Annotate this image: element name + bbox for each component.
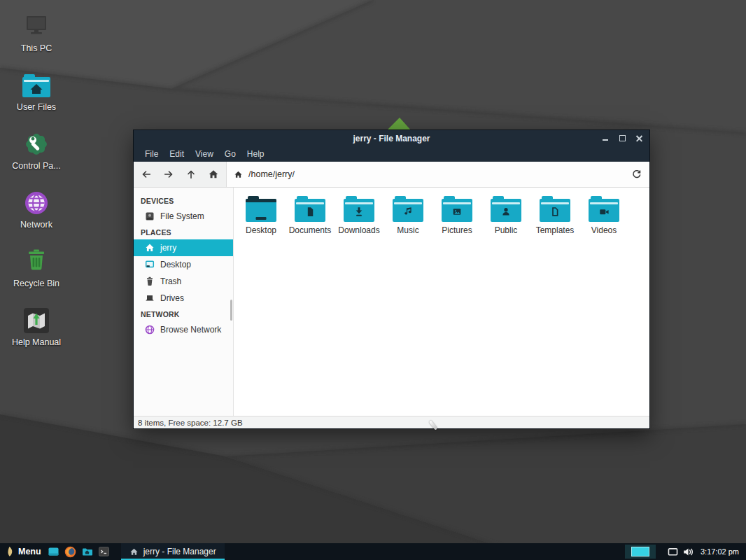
music-emblem-icon [402, 206, 414, 218]
firefox-icon [64, 546, 76, 558]
help-manual-icon [22, 304, 50, 335]
maximize-button[interactable] [619, 134, 626, 142]
minimize-button[interactable] [602, 134, 610, 142]
up-icon [185, 169, 197, 180]
sidebar-item-drives[interactable]: Drives [134, 290, 233, 307]
reload-button[interactable] [623, 162, 649, 187]
clock[interactable]: 3:17:02 pm [701, 547, 739, 556]
back-icon [141, 169, 152, 180]
home-icon [129, 547, 139, 556]
desktop-icon-recycle-bin[interactable]: Recycle Bin [1, 245, 71, 304]
statusbar: 8 items, Free space: 12.7 GB [134, 416, 649, 428]
titlebar[interactable]: jerry - File Manager [134, 130, 649, 146]
launcher-firefox[interactable] [62, 543, 79, 560]
desktop-icon-control-panel[interactable]: Control Pa... [1, 127, 71, 186]
folder-music[interactable]: Music [385, 196, 431, 235]
display-icon [668, 547, 678, 556]
sidebar: DEVICES File System PLACES jerry Desktop… [134, 188, 234, 416]
desktop-icon [145, 260, 155, 270]
folder-label: Videos [591, 226, 617, 235]
launcher-screen[interactable] [45, 543, 62, 560]
back-button[interactable] [135, 164, 157, 185]
path-home-icon [234, 170, 243, 179]
taskbar-task-file-manager[interactable]: jerry - File Manager [121, 543, 225, 560]
forward-icon [163, 169, 174, 180]
address-bar[interactable]: /home/jerry/ [226, 162, 623, 187]
desktop-icon-help-manual[interactable]: Help Manual [1, 304, 71, 363]
reload-icon [631, 169, 642, 180]
menu-edit[interactable]: Edit [164, 149, 190, 159]
workspace-active [631, 547, 649, 556]
desktop-icon-label: Network [20, 220, 52, 230]
folder-icon [491, 196, 521, 222]
menu-go[interactable]: Go [219, 149, 241, 159]
desktop-icon-user-files[interactable]: User Files [1, 69, 71, 127]
folder-label: Pictures [442, 226, 472, 235]
home-icon [208, 169, 219, 180]
screen-icon [48, 546, 59, 557]
drives-icon [145, 293, 155, 303]
forward-button[interactable] [157, 164, 180, 185]
folder-icon [295, 196, 325, 222]
desktop-icon-this-pc[interactable]: This PC [1, 10, 71, 69]
globe-icon [145, 325, 155, 335]
desktop-icon-label: This PC [21, 43, 52, 53]
control-panel-icon [22, 127, 50, 158]
desktop-icon-label: Recycle Bin [13, 279, 59, 288]
home-button[interactable] [202, 164, 225, 185]
sidebar-item-label: Browse Network [160, 325, 221, 335]
up-button[interactable] [180, 164, 202, 185]
sidebar-item-home[interactable]: jerry [134, 239, 233, 256]
menu-logo-icon [6, 546, 13, 558]
file-manager-icon [81, 546, 93, 557]
sidebar-item-trash[interactable]: Trash [134, 273, 233, 290]
sidebar-item-file-system[interactable]: File System [134, 208, 233, 225]
folder-pictures[interactable]: Pictures [434, 196, 480, 235]
tray-volume[interactable] [681, 543, 696, 560]
sidebar-item-label: Drives [160, 293, 184, 303]
menu-help[interactable]: Help [241, 149, 270, 159]
sidebar-item-desktop[interactable]: Desktop [134, 256, 233, 273]
folder-desktop[interactable]: Desktop [238, 196, 284, 235]
document-emblem-icon [304, 206, 316, 218]
folder-downloads[interactable]: Downloads [336, 196, 382, 235]
sidebar-item-label: Desktop [160, 260, 191, 270]
folder-label: Documents [289, 226, 332, 235]
sidebar-item-browse-network[interactable]: Browse Network [134, 321, 233, 338]
terminal-icon [98, 546, 110, 557]
tray-display[interactable] [666, 543, 681, 560]
menu-button[interactable]: Menu [0, 543, 45, 560]
sidebar-item-label: Trash [160, 276, 181, 286]
network-icon [22, 186, 50, 217]
sidebar-header-devices: DEVICES [134, 193, 233, 208]
file-manager-window: jerry - File Manager File Edit View Go H… [133, 130, 650, 429]
download-emblem-icon [353, 206, 365, 218]
workspace-switcher[interactable] [625, 545, 656, 559]
user-files-icon [22, 69, 51, 99]
sidebar-header-network: NETWORK [134, 307, 233, 321]
folder-icon [344, 196, 374, 222]
desktop-icon-network[interactable]: Network [1, 186, 71, 245]
camera-emblem-icon [598, 206, 610, 218]
taskbar: Menu jerry - File Manager 3:17:02 pm [0, 543, 746, 560]
folder-label: Downloads [338, 226, 379, 235]
close-button[interactable] [635, 134, 643, 142]
menu-view[interactable]: View [190, 149, 219, 159]
launcher-terminal[interactable] [96, 543, 113, 560]
desktop-icon-grid: This PC User Files Control Pa... Network… [1, 10, 71, 363]
menu-file[interactable]: File [139, 149, 164, 159]
desktop-icon-label: Control Pa... [12, 161, 60, 171]
sidebar-scrollbar[interactable] [230, 300, 232, 321]
nav-buttons [134, 162, 226, 187]
home-icon [145, 243, 155, 253]
desktop: This PC User Files Control Pa... Network… [0, 0, 746, 560]
folder-videos[interactable]: Videos [581, 196, 627, 235]
folder-public[interactable]: Public [483, 196, 529, 235]
folder-icon [589, 196, 619, 222]
launcher-file-manager[interactable] [79, 543, 96, 560]
folder-templates[interactable]: Templates [532, 196, 578, 235]
this-pc-icon [22, 10, 50, 41]
folder-documents[interactable]: Documents [287, 196, 333, 235]
recycle-bin-icon [22, 245, 50, 276]
drive-icon [145, 211, 155, 221]
